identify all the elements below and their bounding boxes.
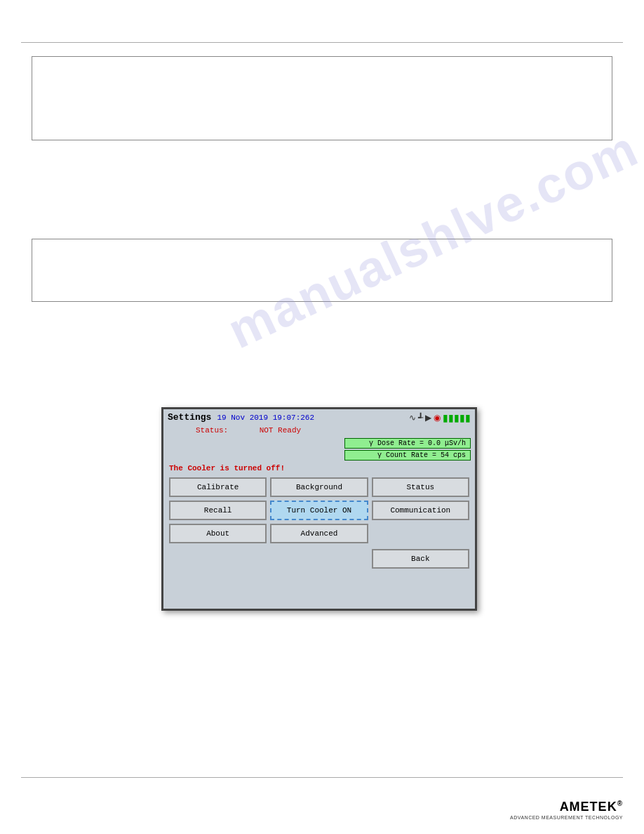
communication-button[interactable]: Communication (372, 501, 469, 520)
bluetooth-icon: ┹ (418, 413, 423, 423)
wifi-icon: ∿ (409, 413, 416, 423)
screen-status-value: NOT Ready (260, 426, 301, 435)
ametek-brand: AMETEK® (510, 800, 623, 814)
empty-cell (372, 524, 469, 543)
screen-header: Settings 19 Nov 2019 19:07:262 Status: N… (163, 409, 475, 437)
back-button[interactable]: Back (372, 549, 469, 569)
screen-title: Settings (168, 412, 211, 423)
button-grid: Calibrate Background Status Recall Turn … (163, 475, 475, 546)
back-row: Back (163, 546, 475, 571)
top-content-box (32, 56, 612, 140)
screen-status-label: Status: (196, 426, 228, 435)
status-button[interactable]: Status (372, 477, 469, 497)
about-button[interactable]: About (169, 524, 267, 543)
screen-title-area: Settings 19 Nov 2019 19:07:262 Status: N… (168, 412, 314, 435)
screen-datetime: 19 Nov 2019 19:07:262 (217, 413, 314, 422)
back-empty-2 (270, 549, 368, 569)
cooler-warning: The Cooler is turned off! (163, 462, 475, 475)
speaker-icon: ▶ (425, 413, 431, 423)
top-divider (21, 42, 623, 43)
turn-cooler-on-button[interactable]: Turn Cooler ON (270, 501, 368, 520)
ametek-subtitle: ADVANCED MEASUREMENT TECHNOLOGY (510, 815, 623, 820)
bottom-divider (21, 777, 623, 778)
location-icon: ◉ (434, 413, 441, 423)
count-rate-bar: γ Count Rate = 54 cps (344, 450, 471, 461)
advanced-button[interactable]: Advanced (270, 524, 368, 543)
calibrate-button[interactable]: Calibrate (169, 477, 267, 497)
device-screen: Settings 19 Nov 2019 19:07:262 Status: N… (161, 407, 477, 611)
ametek-logo: AMETEK® ADVANCED MEASUREMENT TECHNOLOGY (510, 800, 623, 820)
measurement-bars: γ Dose Rate = 0.0 μSv/h γ Count Rate = 5… (168, 438, 471, 461)
battery-icon: ▮▮▮▮▮ (443, 412, 471, 423)
middle-content-box (32, 239, 612, 302)
dose-rate-bar: γ Dose Rate = 0.0 μSv/h (344, 438, 471, 449)
background-button[interactable]: Background (270, 477, 368, 497)
status-icons: ∿ ┹ ▶ ◉ ▮▮▮▮▮ (409, 412, 471, 423)
recall-button[interactable]: Recall (169, 501, 267, 520)
back-empty-1 (169, 549, 267, 569)
